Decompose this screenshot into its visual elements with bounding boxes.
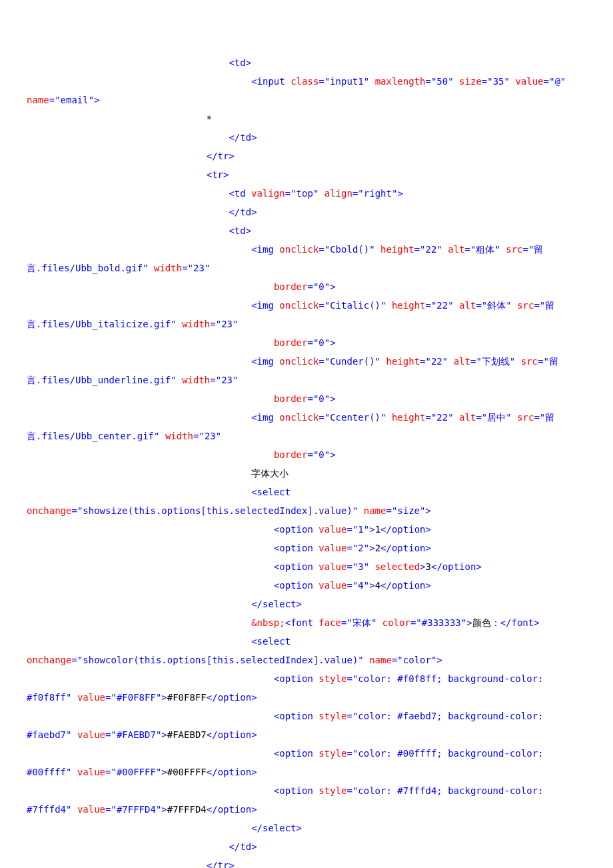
code-token: onclick <box>279 356 318 367</box>
code-token: value <box>77 804 105 815</box>
code-token: src <box>517 412 534 423</box>
code-token: > <box>161 804 167 815</box>
code-token: "35" <box>487 76 510 87</box>
code-token: style <box>318 711 346 721</box>
code-token: 言.files/Ubb_center.gif" <box>27 431 159 441</box>
code-token: = <box>49 95 55 105</box>
code-token: border <box>274 281 308 292</box>
code-token: valign <box>251 188 285 199</box>
code-token: "留 <box>528 244 543 255</box>
code-token: </option> <box>207 804 257 815</box>
code-token: <img <box>251 356 279 367</box>
code-token: 字体大小 <box>251 468 289 479</box>
code-token: "top" <box>291 188 318 199</box>
html-source-listing: <td> <input class="input1" maxlength="50… <box>27 53 586 868</box>
code-token: <select <box>251 636 291 647</box>
code-token <box>448 356 453 367</box>
code-token <box>454 300 459 311</box>
code-token <box>515 356 520 367</box>
code-token: </option> <box>431 561 482 572</box>
code-token: = <box>534 300 539 311</box>
code-token: selected <box>375 561 420 572</box>
code-token: = <box>307 393 312 404</box>
code-token: </select> <box>251 599 302 609</box>
code-token <box>376 617 382 628</box>
code-token: "color: #faebd7; background-color: <box>352 711 544 721</box>
code-token: alt <box>454 356 470 367</box>
code-token: = <box>346 711 352 721</box>
code-token: <option <box>274 711 318 721</box>
code-token: <td> <box>229 225 251 236</box>
code-token: = <box>523 244 528 255</box>
code-token: > <box>161 692 167 703</box>
code-token: #faebd7" <box>27 729 71 740</box>
code-token: width <box>154 263 182 273</box>
code-token: </tr> <box>207 151 235 161</box>
code-token: #7FFFD4 <box>167 804 207 815</box>
code-token: "input1" <box>324 76 369 87</box>
code-token: = <box>307 281 312 292</box>
code-token <box>386 412 391 423</box>
code-token: #F0F8FF <box>167 692 207 703</box>
code-token: 颜色： <box>472 617 500 628</box>
code-token: > <box>161 729 167 740</box>
code-token: <option <box>274 561 318 572</box>
code-token: "留 <box>540 300 554 311</box>
code-token: </font> <box>500 617 540 628</box>
code-token: color <box>382 617 410 628</box>
code-token <box>369 76 374 87</box>
code-token: "23" <box>188 263 211 273</box>
code-token <box>375 244 380 255</box>
code-token: border <box>274 449 308 460</box>
code-token: "@" <box>549 76 566 87</box>
code-token: <img <box>251 244 279 255</box>
code-token: <font <box>285 617 319 628</box>
code-token: > <box>369 580 374 591</box>
code-token: src <box>517 300 534 311</box>
code-token: "下划线" <box>476 356 515 367</box>
code-token: "showcolor(this.options[this.selectedInd… <box>77 655 364 665</box>
code-token: = <box>346 580 352 591</box>
code-token: = <box>307 337 312 348</box>
code-token: onclick <box>279 412 318 423</box>
code-token: value <box>77 767 105 777</box>
code-token: width <box>182 319 210 329</box>
code-token: "color: #f0f8ff; background-color: <box>352 673 544 684</box>
code-token: "0" <box>313 281 330 292</box>
code-token: <select <box>251 487 291 497</box>
code-token: </option> <box>207 692 257 703</box>
code-token: "22" <box>426 356 448 367</box>
code-token: = <box>318 356 324 367</box>
code-token: "#F0F8FF" <box>111 692 161 703</box>
code-token: = <box>346 543 352 553</box>
code-token: "23" <box>216 319 239 329</box>
code-token: onchange <box>27 505 71 516</box>
code-token: <option <box>274 580 318 591</box>
code-token: > <box>94 95 99 105</box>
code-token: = <box>210 375 215 385</box>
code-token: "#00FFFF" <box>111 767 161 777</box>
code-token: = <box>465 244 470 255</box>
code-token: "22" <box>431 300 454 311</box>
code-token: * <box>207 113 212 124</box>
code-token: > <box>466 617 472 628</box>
code-token: = <box>476 300 481 311</box>
code-token: "Citalic()" <box>324 300 386 311</box>
code-token: "宋体" <box>346 617 376 628</box>
code-token: width <box>165 431 193 441</box>
code-token: = <box>346 673 352 684</box>
code-token: onchange <box>27 655 71 665</box>
code-token: "color: #7fffd4; background-color: <box>352 785 544 796</box>
code-token: "斜体" <box>482 300 512 311</box>
code-token: value <box>77 692 105 703</box>
code-token: #00FFFF <box>167 767 207 777</box>
code-token: = <box>307 449 312 460</box>
code-token: "居中" <box>482 412 512 423</box>
code-token: value <box>77 729 105 740</box>
code-token: = <box>71 505 77 516</box>
code-token: = <box>346 785 352 796</box>
code-token <box>318 188 324 199</box>
code-token: height <box>386 356 420 367</box>
code-token: </td> <box>229 207 257 217</box>
code-token: > <box>369 543 374 553</box>
